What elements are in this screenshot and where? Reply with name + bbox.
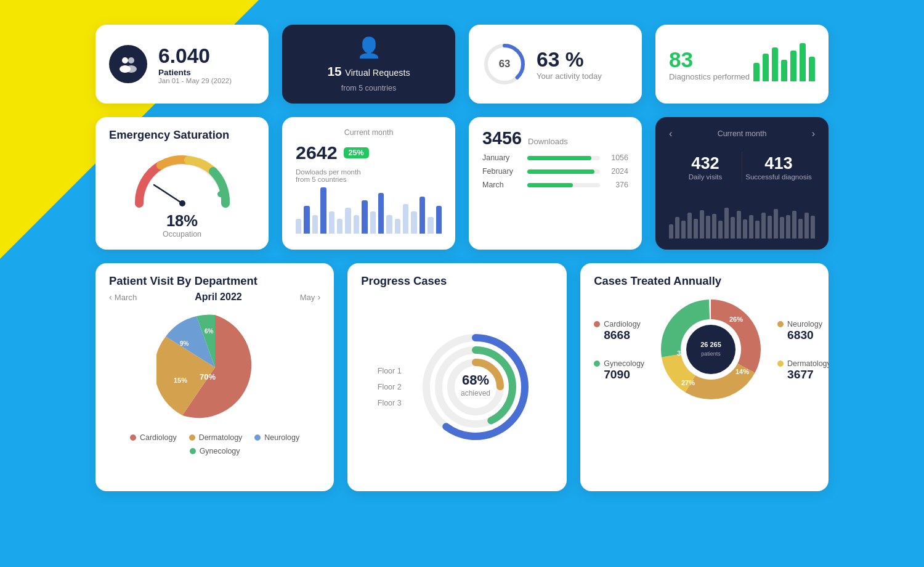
legend-neurology: Neurology (254, 433, 299, 442)
cases-cardiology: Cardiology 8668 (594, 320, 644, 342)
svg-text:patients: patients (701, 351, 721, 357)
dl-row-item: February 2024 (482, 167, 628, 176)
cases-neurology: Neurology 6830 (777, 320, 829, 342)
dl-stats-label: Downloads (528, 137, 568, 146)
dl-item-bar (527, 169, 594, 174)
svg-text:26 265: 26 265 (700, 341, 721, 348)
dl-bar (345, 208, 351, 234)
legend-dot-cardiology (130, 434, 136, 441)
monthly-dark-title: Current month (718, 129, 767, 138)
patient-label: Patients (158, 68, 232, 77)
pvd-legend: Cardiology Dermatology Neurology Gynecol… (109, 433, 320, 455)
dl-main: 2642 25% (296, 142, 442, 163)
pvd-prev-btn[interactable]: ‹ (109, 292, 112, 302)
monthly-bar (811, 216, 815, 239)
monthly-bar (792, 211, 796, 239)
dl-bar (436, 206, 442, 234)
dl-stats-top: 3456 Downloads (482, 128, 628, 149)
monthly-diag: 413 Successful diagnosis (742, 153, 815, 181)
diag-bar (753, 63, 760, 81)
pvd-pie-svg: 70% 15% 9% 6% (156, 309, 274, 426)
dl-bar (320, 187, 326, 234)
dl-bar (296, 219, 301, 234)
legend-dot-neurology (254, 434, 261, 441)
pvd-next-btn[interactable]: › (317, 292, 320, 302)
val-dermatology: 3677 (787, 368, 829, 381)
dl-bar (403, 204, 408, 234)
diag-bar (763, 54, 769, 81)
dl-item-val: 1056 (605, 153, 628, 162)
diag-bar (790, 51, 796, 81)
diag-label: Diagnostics performed (669, 72, 750, 81)
patient-date: Jan 01 - May 29 (2022) (158, 77, 232, 84)
svg-text:27%: 27% (681, 379, 695, 386)
dl-sublabel2: from 5 countries (296, 176, 442, 183)
svg-point-8 (217, 191, 224, 197)
dl-item-bar (527, 156, 591, 160)
svg-point-3 (126, 65, 137, 73)
patient-number: 6.040 (158, 44, 232, 68)
pvd-prev-label: March (115, 293, 137, 302)
activity-info: 63 % Your activity today (537, 48, 602, 81)
dl-item-bar-wrap (527, 183, 600, 187)
monthly-next-btn[interactable]: › (812, 128, 815, 139)
people-icon (117, 53, 139, 75)
monthly-bar (712, 214, 716, 239)
svg-line-6 (154, 185, 182, 203)
dl-number: 2642 (296, 142, 338, 163)
monthly-bar (694, 219, 698, 239)
monthly-bar (780, 217, 784, 239)
monthly-bar (681, 221, 686, 239)
dl-item-val: 376 (605, 181, 628, 189)
svg-point-1 (128, 57, 134, 63)
activity-percent: 63 % (537, 48, 602, 71)
svg-text:68%: 68% (462, 372, 489, 388)
monthly-dark-stats: 432 Daily visits 413 Successful diagnosi… (669, 152, 815, 182)
monthly-bar (749, 215, 753, 239)
gauge-label: Occupation (163, 230, 201, 239)
monthly-bar (675, 217, 679, 239)
monthly-dark-bars (669, 205, 815, 239)
dl-bar (378, 193, 384, 234)
monthly-bar (743, 219, 747, 239)
diag-number: 83 (669, 47, 750, 72)
legend-dot-gynecology (190, 448, 196, 454)
dl-bar (304, 206, 309, 234)
dl-bar (395, 219, 400, 234)
label-cardiology: Cardiology (604, 320, 641, 328)
svg-text:70%: 70% (200, 372, 216, 381)
dl-current-month-label: Current month (296, 128, 442, 137)
pvd-next-label: May (300, 293, 315, 302)
dl-bar (362, 200, 367, 234)
cases-title: Cases Treated Annually (594, 274, 815, 288)
progress-svg: 68% achieved (414, 325, 537, 449)
dl-stats-number: 3456 (482, 128, 522, 149)
pvd-nav: ‹ March April 2022 May › (109, 292, 320, 303)
progress-rings: 68% achieved (414, 325, 537, 449)
dl-badge: 25% (344, 147, 369, 158)
dl-bar (419, 197, 425, 234)
monthly-bar (737, 211, 741, 239)
dl-item-bar-wrap (527, 156, 600, 160)
val-cardiology: 8668 (604, 328, 644, 342)
virtual-number: 15 Virtual Requests (327, 64, 410, 79)
monthly-prev-btn[interactable]: ‹ (669, 128, 672, 139)
dl-bar (370, 211, 376, 234)
cases-left-legend: Cardiology 8668 Gynecology 7090 (594, 320, 644, 381)
gauge-svg (127, 148, 238, 210)
dot-neurology (777, 321, 784, 327)
activity-label: Your activity today (537, 71, 602, 81)
monthly-diag-num: 413 (742, 153, 815, 173)
monthly-bar (700, 210, 704, 239)
dot-gynecology (594, 361, 600, 367)
monthly-bar (804, 213, 809, 239)
dl-item-bar (527, 183, 573, 187)
dl-row-item: January 1056 (482, 153, 628, 162)
monthly-dark-header: ‹ Current month › (669, 128, 815, 139)
dl-item-label: March (482, 181, 522, 189)
monthly-visits-num: 432 (669, 153, 742, 173)
progress-chart-wrap: Floor 1 Floor 2 Floor 3 (361, 294, 553, 480)
svg-text:14%: 14% (736, 368, 749, 375)
monthly-bar (718, 221, 723, 239)
monthly-bar (687, 213, 692, 239)
